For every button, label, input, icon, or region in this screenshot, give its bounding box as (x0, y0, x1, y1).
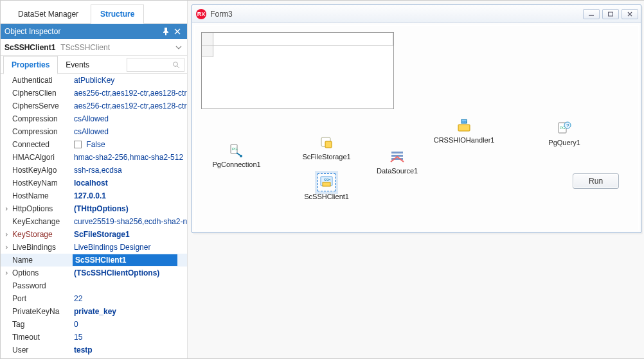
component-scsshclient[interactable]: SSH ScSSHClient1 (291, 173, 362, 200)
component-datasource[interactable]: DataSource1 (362, 148, 433, 175)
object-inspector-instance-selector[interactable]: ScSSHClient1 TScSSHClient (1, 39, 187, 56)
form-titlebar[interactable]: RX Form3 (192, 5, 641, 23)
property-row[interactable]: ›HttpOptions(THttpOptions) (1, 202, 187, 215)
property-row[interactable]: CiphersServeaes256-ctr,aes192-ctr,aes128… (1, 100, 187, 112)
file-storage-icon (318, 134, 335, 152)
query-icon: PG? (555, 119, 573, 137)
property-row[interactable]: PrivateKeyNaprivate_key (1, 305, 187, 318)
expand-toggle-icon[interactable]: › (1, 202, 12, 215)
component-label: ScSSHClient1 (291, 193, 362, 200)
property-name: CiphersClien (12, 87, 73, 100)
property-row[interactable]: ›Options(TScSSHClientOptions) (1, 267, 187, 279)
checkbox-icon[interactable] (74, 141, 82, 148)
property-value-editor[interactable] (73, 254, 177, 266)
property-value[interactable]: aes256-ctr,aes192-ctr,aes128-ctr (73, 100, 187, 112)
tab-structure[interactable]: Structure (91, 4, 144, 23)
window-minimize-button[interactable] (583, 9, 600, 19)
chevron-down-icon[interactable] (174, 43, 183, 52)
property-row[interactable]: Usertestp (1, 344, 187, 356)
property-row[interactable]: Port22 (1, 292, 187, 305)
property-row[interactable]: CompressioncsAllowed (1, 125, 187, 138)
property-value[interactable]: 127.0.0.1 (73, 189, 187, 202)
property-value[interactable]: csAllowed (73, 125, 187, 138)
component-label: ScFileStorage1 (291, 153, 362, 161)
property-name: HostName (12, 189, 73, 202)
svg-rect-18 (323, 182, 330, 186)
svg-rect-1 (609, 12, 613, 16)
close-icon[interactable] (172, 26, 183, 37)
expand-toggle-icon[interactable]: › (1, 228, 12, 241)
property-row[interactable]: HostName127.0.0.1 (1, 189, 187, 202)
svg-point-0 (174, 62, 178, 66)
property-row[interactable]: AuthenticatiatPublicKey (1, 74, 187, 87)
property-value[interactable]: 22 (73, 292, 187, 305)
property-value[interactable]: private_key (73, 305, 187, 318)
grid-component[interactable] (201, 32, 394, 109)
tab-events[interactable]: Events (58, 57, 97, 73)
component-pgquery[interactable]: PG? PgQuery1 (529, 119, 600, 146)
property-name: HostKeyAlgo (12, 164, 73, 177)
property-row[interactable]: ›LiveBindingsLiveBindings Designer (1, 241, 187, 254)
property-value[interactable]: csAllowed (73, 112, 187, 125)
property-value[interactable]: 0 (73, 318, 187, 331)
property-name: User (12, 344, 73, 356)
property-value[interactable]: 15 (73, 331, 187, 344)
property-value[interactable]: (TScSSHClientOptions) (73, 267, 187, 279)
property-value[interactable]: aes256-ctr,aes192-ctr,aes128-ctr (73, 87, 187, 100)
property-value[interactable]: atPublicKey (73, 74, 187, 87)
property-row[interactable]: CiphersClienaes256-ctr,aes192-ctr,aes128… (1, 87, 187, 100)
property-row[interactable]: Timeout15 (1, 331, 187, 344)
property-name: PrivateKeyNa (12, 305, 73, 318)
property-row[interactable]: HostKeyNamlocalhost (1, 177, 187, 189)
property-row[interactable]: KeyExchangecurve25519-sha256,ecdh-sha2-n (1, 215, 187, 228)
property-name: LiveBindings (12, 241, 73, 254)
form-designer-window: RX Form3 (192, 4, 641, 233)
property-name: Options (12, 267, 73, 279)
property-value[interactable]: (THttpOptions) (73, 202, 187, 215)
component-label: CRSSHIOHandler1 (422, 136, 506, 144)
database-icon: PG (228, 141, 246, 159)
property-value[interactable]: LiveBindings Designer (73, 241, 187, 254)
run-button[interactable]: Run (573, 173, 619, 189)
instance-name: ScSSHClient1 (4, 43, 55, 52)
property-row[interactable]: Name (1, 254, 187, 267)
ssh-client-icon: SSH (318, 173, 335, 191)
property-value[interactable]: ScFileStorage1 (73, 228, 187, 241)
property-search-input[interactable] (127, 58, 184, 72)
property-name: KeyExchange (12, 215, 73, 228)
property-value[interactable] (73, 254, 187, 267)
property-value[interactable]: testp (73, 344, 187, 356)
form-design-surface[interactable]: PG PgConnection1 ScFileStorage1 (195, 26, 638, 230)
property-row[interactable]: HostKeyAlgossh-rsa,ecdsa (1, 164, 187, 177)
ssh-handler-icon: SQL (455, 117, 473, 135)
property-name: KeyStorage (12, 228, 73, 241)
window-maximize-button[interactable] (602, 9, 619, 19)
property-row[interactable]: Password (1, 279, 187, 292)
tab-dataset-manager[interactable]: DataSet Manager (8, 4, 88, 23)
component-pgconnection[interactable]: PG PgConnection1 (201, 141, 272, 168)
property-row[interactable]: Tag0 (1, 318, 187, 331)
svg-point-4 (240, 155, 242, 157)
property-value[interactable]: False (73, 138, 187, 151)
property-value[interactable]: ssh-rsa,ecdsa (73, 164, 187, 177)
tab-properties[interactable]: Properties (3, 56, 58, 74)
property-row[interactable]: ›KeyStorageScFileStorage1 (1, 228, 187, 241)
property-row[interactable]: HMACAlgorihmac-sha2-256,hmac-sha2-512 (1, 151, 187, 164)
property-name: HMACAlgori (12, 151, 73, 164)
object-inspector-tabs: Properties Events (1, 56, 187, 74)
window-close-button[interactable] (622, 9, 638, 19)
svg-text:PG: PG (232, 147, 238, 151)
property-name: Compression (12, 125, 73, 138)
expand-toggle-icon[interactable]: › (1, 241, 12, 254)
svg-text:?: ? (566, 123, 569, 128)
component-crsshiohandler[interactable]: SQL CRSSHIOHandler1 (422, 117, 506, 144)
property-value[interactable]: curve25519-sha256,ecdh-sha2-n (73, 215, 187, 228)
property-row[interactable]: CompressioncsAllowed (1, 112, 187, 125)
property-value[interactable]: hmac-sha2-256,hmac-sha2-512 (73, 151, 187, 164)
pin-icon[interactable] (160, 26, 172, 37)
property-row[interactable]: Connected False (1, 138, 187, 151)
expand-toggle-icon[interactable]: › (1, 267, 12, 279)
property-value[interactable]: localhost (73, 177, 187, 189)
component-scfilestorage[interactable]: ScFileStorage1 (291, 134, 362, 161)
property-grid[interactable]: AuthenticatiatPublicKeyCiphersClienaes25… (1, 74, 187, 358)
